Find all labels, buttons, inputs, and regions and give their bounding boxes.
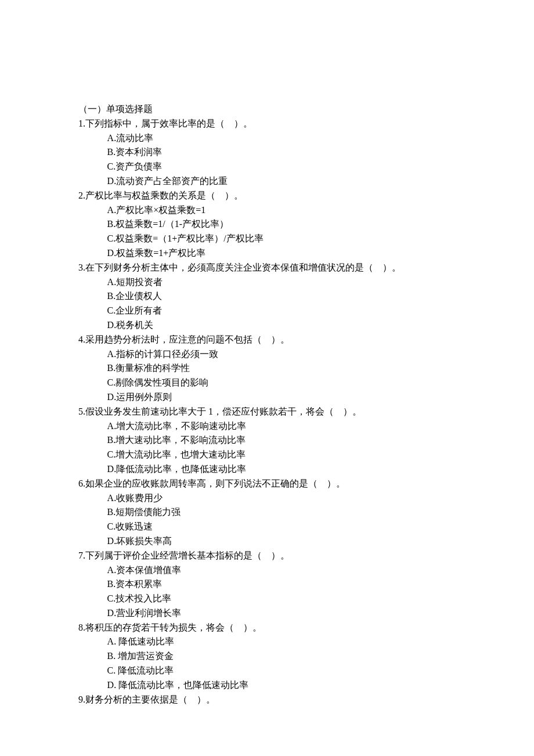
option: D.权益乘数=1+产权比率	[107, 246, 482, 261]
option: D.坏账损失率高	[107, 534, 482, 549]
question-1: 1.下列指标中，属于效率比率的是（ ）。A.流动比率B.资本利润率C.资产负债率…	[78, 117, 482, 189]
question-6: 6.如果企业的应收账款周转率高，则下列说法不正确的是（ ）。A.收账费用少B.短…	[78, 477, 482, 549]
options: A.流动比率B.资本利润率C.资产负债率D.流动资产占全部资产的比重	[78, 131, 482, 189]
options: A. 降低速动比率B. 增加营运资金C. 降低流动比率D. 降低流动比率，也降低…	[78, 635, 482, 692]
option: B.企业债权人	[107, 289, 482, 304]
options: A.短期投资者B.企业债权人C.企业所有者D.税务机关	[78, 275, 482, 333]
option: B.增大速动比率，不影响流动比率	[107, 433, 482, 448]
option: D. 降低流动比率，也降低速动比率	[107, 678, 482, 693]
option: A.指标的计算口径必须一致	[107, 347, 482, 362]
option: B. 增加营运资金	[107, 649, 482, 664]
option: B.资本利润率	[107, 145, 482, 160]
question-stem: 6.如果企业的应收账款周转率高，则下列说法不正确的是（ ）。	[78, 477, 482, 491]
option: A.资本保值增值率	[107, 563, 482, 578]
document-page: （一）单项选择题 1.下列指标中，属于效率比率的是（ ）。A.流动比率B.资本利…	[0, 0, 534, 756]
option: B.资本积累率	[107, 577, 482, 592]
option: C.技术投入比率	[107, 592, 482, 606]
question-stem: 4.采用趋势分析法时，应注意的问题不包括（ ）。	[78, 333, 482, 347]
question-8: 8.将积压的存货若干转为损失，将会（ ）。A. 降低速动比率B. 增加营运资金C…	[78, 621, 482, 693]
options: A.产权比率×权益乘数=1B.权益乘数=1/（1-产权比率）C.权益乘数=（1+…	[78, 203, 482, 261]
option: A.收账费用少	[107, 491, 482, 506]
option: D.降低流动比率，也降低速动比率	[107, 462, 482, 477]
question-stem: 8.将积压的存货若干转为损失，将会（ ）。	[78, 621, 482, 635]
question-stem: 5.假设业务发生前速动比率大于 1，偿还应付账款若干，将会（ ）。	[78, 405, 482, 419]
option: B.短期偿债能力强	[107, 505, 482, 520]
option: C.资产负债率	[107, 160, 482, 174]
question-7: 7.下列属于评价企业经营增长基本指标的是（ ）。A.资本保值增值率B.资本积累率…	[78, 549, 482, 621]
question-4: 4.采用趋势分析法时，应注意的问题不包括（ ）。A.指标的计算口径必须一致B.衡…	[78, 333, 482, 405]
question-stem: 3.在下列财务分析主体中，必须高度关注企业资本保值和增值状况的是（ ）。	[78, 261, 482, 275]
options: A.增大流动比率，不影响速动比率B.增大速动比率，不影响流动比率C.增大流动比率…	[78, 419, 482, 477]
questions-container: 1.下列指标中，属于效率比率的是（ ）。A.流动比率B.资本利润率C.资产负债率…	[78, 117, 482, 707]
option: A.短期投资者	[107, 275, 482, 290]
option: A. 降低速动比率	[107, 635, 482, 649]
option: C. 降低流动比率	[107, 664, 482, 678]
option: D.营业利润增长率	[107, 606, 482, 621]
question-stem: 1.下列指标中，属于效率比率的是（ ）。	[78, 117, 482, 131]
question-9: 9.财务分析的主要依据是（ ）。	[78, 693, 482, 707]
option: A.增大流动比率，不影响速动比率	[107, 419, 482, 434]
options: A.收账费用少B.短期偿债能力强C.收账迅速D.坏账损失率高	[78, 491, 482, 549]
option: C.权益乘数=（1+产权比率）/产权比率	[107, 232, 482, 246]
option: A.流动比率	[107, 131, 482, 146]
option: C.收账迅速	[107, 520, 482, 534]
options: A.资本保值增值率B.资本积累率C.技术投入比率D.营业利润增长率	[78, 563, 482, 621]
options: A.指标的计算口径必须一致B.衡量标准的科学性C.剔除偶发性项目的影响D.运用例…	[78, 347, 482, 405]
option: B.权益乘数=1/（1-产权比率）	[107, 217, 482, 232]
option: D.税务机关	[107, 318, 482, 333]
option: B.衡量标准的科学性	[107, 361, 482, 376]
option: D.流动资产占全部资产的比重	[107, 174, 482, 189]
question-5: 5.假设业务发生前速动比率大于 1，偿还应付账款若干，将会（ ）。A.增大流动比…	[78, 405, 482, 477]
option: D.运用例外原则	[107, 390, 482, 405]
option: C.剔除偶发性项目的影响	[107, 376, 482, 390]
question-3: 3.在下列财务分析主体中，必须高度关注企业资本保值和增值状况的是（ ）。A.短期…	[78, 261, 482, 333]
option: C.企业所有者	[107, 304, 482, 318]
section-title: （一）单项选择题	[78, 102, 482, 117]
question-stem: 9.财务分析的主要依据是（ ）。	[78, 693, 482, 707]
question-2: 2.产权比率与权益乘数的关系是（ ）。A.产权比率×权益乘数=1B.权益乘数=1…	[78, 189, 482, 261]
option: A.产权比率×权益乘数=1	[107, 203, 482, 218]
option: C.增大流动比率，也增大速动比率	[107, 448, 482, 462]
question-stem: 7.下列属于评价企业经营增长基本指标的是（ ）。	[78, 549, 482, 563]
question-stem: 2.产权比率与权益乘数的关系是（ ）。	[78, 189, 482, 203]
